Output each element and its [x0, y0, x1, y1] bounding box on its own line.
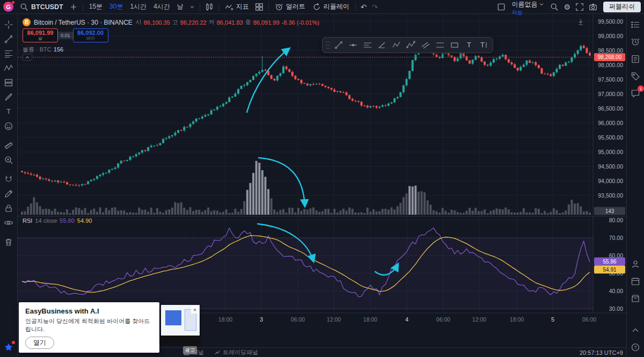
- magnet-mode[interactable]: [2, 173, 15, 186]
- price-axis-label: 97,500.00: [598, 76, 623, 83]
- sell-button[interactable]: 86,091.99 팔: [23, 28, 58, 42]
- camera-icon: [589, 3, 597, 11]
- help-button[interactable]: ?: [629, 341, 642, 354]
- buy-button[interactable]: 86,092.00 바이: [73, 28, 108, 42]
- ad-body: 인공지능이 당신에게 최적화된 바이어를 찾아드립니다.: [25, 317, 153, 333]
- save-layout-link[interactable]: 저장: [511, 10, 522, 16]
- stay-in-drawing-mode[interactable]: [2, 187, 15, 200]
- trend-angle-tool[interactable]: [375, 39, 389, 52]
- timeframe-15m[interactable]: 15분: [86, 1, 106, 13]
- symbol-name: BTCUSDT: [31, 3, 63, 11]
- timeframe-4h[interactable]: 4시간: [150, 1, 173, 13]
- pattern-tool[interactable]: [2, 62, 15, 75]
- layout-grid-button[interactable]: [253, 1, 266, 13]
- collapse-sidebar-button[interactable]: [629, 324, 642, 337]
- crosshair-icon: [4, 20, 13, 30]
- favorites-star[interactable]: [2, 341, 15, 354]
- eye-icon: [4, 218, 13, 228]
- trend-line-tool[interactable]: [2, 33, 15, 46]
- server-clock[interactable]: 20:57:13 UTC+9: [580, 349, 626, 356]
- watchlist-panel-button[interactable]: [629, 18, 642, 31]
- streams-panel-button[interactable]: [629, 258, 642, 271]
- price-chart-svg[interactable]: 99,500.0099,000.0098,500.0098,000.0097,5…: [18, 14, 626, 347]
- replay-button[interactable]: 리플레이: [309, 1, 353, 13]
- svg-text:T: T: [480, 41, 485, 49]
- legend-collapse-button[interactable]: [23, 54, 32, 61]
- trading-panel-tab[interactable]: 트레이딩패널: [209, 348, 264, 357]
- brush-tool[interactable]: [2, 91, 15, 104]
- timeframe-1d[interactable]: 날: [174, 1, 187, 13]
- anchored-text-tool[interactable]: T: [477, 39, 491, 52]
- hand-drawn-arrow[interactable]: [247, 49, 289, 112]
- emoji-tool[interactable]: [2, 120, 15, 133]
- rectangle-tool[interactable]: [448, 39, 462, 52]
- hide-drawings[interactable]: [2, 216, 15, 229]
- candles-icon: [205, 3, 214, 11]
- user-menu-button[interactable]: G: [3, 2, 13, 12]
- last-price-tag: 98,268.00: [598, 54, 622, 60]
- ad-close-button[interactable]: ×: [191, 306, 199, 314]
- screenshot-button[interactable]: [587, 1, 599, 13]
- anchored-text-icon: T: [479, 40, 488, 50]
- symbol-legend[interactable]: B Bitcoin / TetherUS · 30 · BINANCE 시86,…: [23, 18, 319, 26]
- chevron-down-icon: [189, 4, 195, 10]
- trash-icon: [4, 237, 13, 247]
- price-axis-label: 94,500.00: [598, 163, 623, 170]
- zoom-tool[interactable]: [2, 154, 15, 166]
- crosshair-tool[interactable]: [2, 18, 15, 31]
- polyline-tool[interactable]: [390, 39, 404, 52]
- high-value: 86,220.22: [180, 19, 207, 26]
- timeframe-30m[interactable]: 30분: [106, 1, 126, 13]
- text-tool[interactable]: T: [2, 105, 15, 118]
- ad-open-button[interactable]: 열기: [25, 337, 54, 349]
- compare-add-button[interactable]: [67, 1, 80, 13]
- scroll-down-icon[interactable]: [577, 18, 584, 26]
- parallel-channel-tool[interactable]: [419, 39, 433, 52]
- path-tool[interactable]: [404, 39, 418, 52]
- text-tool[interactable]: T: [462, 39, 476, 52]
- calendar-panel-button[interactable]: [629, 275, 642, 288]
- fib-lines-tool[interactable]: [361, 39, 375, 52]
- remove-drawings[interactable]: [2, 236, 15, 249]
- ad-card[interactable]: EasyBusiness with A.I 인공지능이 당신에게 최적화된 바이…: [19, 302, 159, 353]
- chat-panel-button[interactable]: 1: [629, 87, 642, 100]
- timeframe-menu-button[interactable]: [187, 1, 197, 13]
- fib-lines-icon: [363, 40, 372, 50]
- chart-style-button[interactable]: [203, 1, 216, 13]
- fib-tool[interactable]: [2, 47, 15, 60]
- indicators-button[interactable]: 지표: [222, 1, 252, 13]
- flat-channel-tool[interactable]: [433, 39, 447, 52]
- data-window-button[interactable]: [629, 70, 642, 83]
- layout-select-button[interactable]: [495, 1, 508, 13]
- alerts-panel-button[interactable]: [629, 35, 642, 48]
- volume-legend[interactable]: 볼륨 · BTC156: [23, 46, 63, 54]
- lock-drawings[interactable]: [2, 202, 15, 215]
- horizontal-line-tool[interactable]: [346, 39, 360, 52]
- layout-name-button[interactable]: 이름없음 저장: [508, 1, 547, 13]
- symbol-search-button[interactable]: BTCUSDT: [17, 1, 67, 13]
- news-panel-button[interactable]: [629, 53, 642, 65]
- alert-label: 얼러트: [286, 2, 305, 11]
- ad-thumbnail[interactable]: ×: [161, 305, 200, 344]
- quick-search-button[interactable]: [548, 1, 561, 13]
- time-axis-label: 4: [405, 316, 408, 323]
- timeframe-1h[interactable]: 1시간: [127, 1, 150, 13]
- position-tool[interactable]: [2, 76, 15, 89]
- redo-button[interactable]: ↷: [370, 1, 380, 13]
- time-axis-label: 06:00: [291, 316, 305, 323]
- drag-handle[interactable]: [325, 39, 331, 52]
- rsi-legend[interactable]: RSI 14 close 55.80 54.90: [23, 217, 92, 224]
- alert-button[interactable]: 얼러트: [272, 1, 309, 13]
- trend-line-tool[interactable]: [332, 39, 346, 52]
- person-icon: [631, 259, 640, 269]
- publish-button[interactable]: 퍼블리쉬: [603, 2, 641, 12]
- fullscreen-button[interactable]: [573, 1, 586, 13]
- rsi-axis-label: 80.00: [609, 217, 623, 223]
- time-axis-label: 12:00: [327, 316, 341, 323]
- shop-panel-button[interactable]: [629, 292, 642, 305]
- time-axis-label: 18:00: [363, 316, 377, 323]
- channel-icon: [421, 40, 430, 50]
- measure-tool[interactable]: [2, 139, 15, 152]
- undo-button[interactable]: ↶: [358, 1, 369, 13]
- settings-button[interactable]: ⚙: [561, 1, 573, 13]
